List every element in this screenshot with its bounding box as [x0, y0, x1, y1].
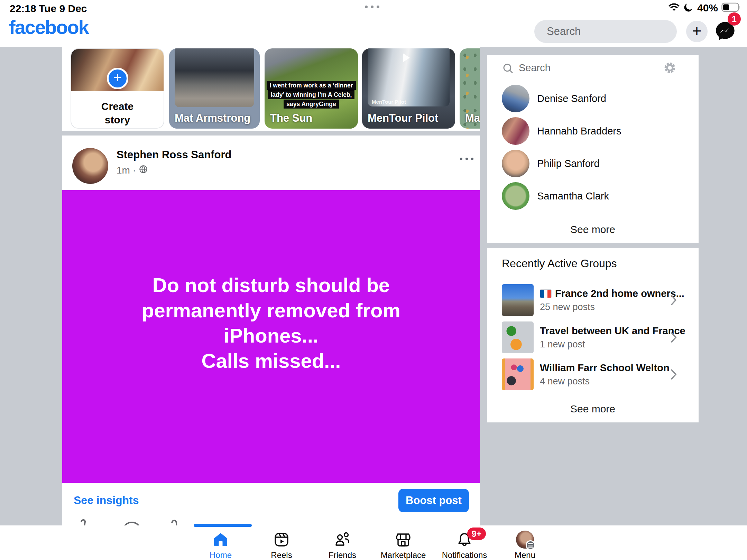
france-flag-icon [540, 289, 552, 298]
comment-icon [123, 522, 141, 525]
create-story-label: Create story [71, 100, 164, 127]
group-thumbnail [502, 284, 534, 316]
reels-icon [254, 531, 309, 548]
story-label: MenTour Pilot [368, 112, 438, 124]
header-search-field[interactable] [534, 20, 677, 43]
facebook-logo[interactable]: facebook [9, 16, 89, 38]
tab-menu[interactable]: Menu [497, 525, 553, 560]
group-name: France 2nd home owners... [555, 288, 684, 299]
see-insights-link[interactable]: See insights [74, 489, 139, 511]
group-new-posts: 1 new post [540, 339, 668, 350]
chevron-right-icon [670, 332, 677, 345]
story-caption: I went from work as a ‘dinner lady’ to w… [265, 81, 358, 109]
tab-label: Notifications [437, 550, 492, 560]
avatar [502, 150, 529, 177]
chevron-right-icon [670, 368, 677, 382]
story-mat-armstrong[interactable]: Mat Armstrong [169, 48, 260, 129]
caption-line: lady’ to winning I’m A Celeb, [268, 90, 355, 99]
contact-name: Hannahb Bradders [537, 117, 621, 145]
tab-label: Reels [254, 550, 309, 560]
share-icon [172, 521, 177, 526]
bottom-tab-bar: Home Reels Friends [0, 525, 747, 560]
battery-icon [721, 2, 741, 14]
tab-label: Marketplace [376, 550, 431, 560]
tab-reels[interactable]: Reels [254, 525, 309, 560]
notifications-badge: 9+ [467, 528, 486, 540]
contact-row[interactable]: Denise Sanford [487, 85, 699, 112]
messenger-unread-badge: 1 [728, 12, 741, 26]
contact-name: Samantha Clark [537, 182, 609, 210]
post-options-icon[interactable] [456, 154, 477, 164]
contact-name: Philip Sanford [537, 150, 600, 177]
group-row[interactable]: William Farr School Welton 4 new posts [487, 358, 699, 390]
avatar [502, 182, 529, 210]
story-watermark: MenTour Pilot [372, 99, 406, 105]
search-icon [502, 63, 514, 76]
groups-see-more-button[interactable]: See more [487, 400, 699, 418]
tab-label: Menu [497, 550, 553, 560]
group-name: Travel between UK and France [540, 325, 685, 337]
story-label: Mat Armstrong [175, 112, 250, 124]
post-image-text-line: iPhones... [142, 323, 400, 348]
boost-post-button[interactable]: Boost post [398, 489, 469, 512]
feed-post: Stephen Ross Sanford 1m · Do not disturb… [62, 136, 480, 525]
do-not-disturb-moon-icon [683, 2, 694, 14]
post-image: Do not disturb should be permanently rem… [62, 190, 480, 483]
post-author-avatar[interactable] [72, 148, 108, 184]
tab-label: Home [193, 550, 248, 560]
caption-line: I went from work as a ‘dinner [267, 81, 356, 90]
contact-row[interactable]: Samantha Clark [487, 182, 699, 210]
friends-icon [315, 531, 370, 548]
create-post-button[interactable]: + [686, 21, 708, 42]
post-image-text-line: Do not disturb should be [142, 272, 400, 298]
tab-marketplace[interactable]: Marketplace [376, 525, 431, 560]
menu-profile-avatar [516, 531, 534, 549]
gear-icon[interactable] [663, 61, 676, 76]
contact-row[interactable]: Philip Sanford [487, 150, 699, 177]
group-new-posts: 25 new posts [540, 302, 668, 312]
group-thumbnail [502, 321, 534, 353]
home-icon [193, 531, 248, 548]
play-icon [403, 53, 410, 62]
caption-line: says AngryGinge [284, 100, 339, 109]
chevron-right-icon [670, 294, 677, 307]
group-name: William Farr School Welton [540, 362, 670, 374]
story-photo [175, 48, 254, 107]
recently-active-groups-panel: Recently Active Groups France 2nd home o… [487, 248, 699, 422]
wifi-icon [668, 3, 680, 13]
contacts-search-input[interactable] [519, 60, 633, 76]
avatar [502, 85, 529, 112]
tab-friends[interactable]: Friends [315, 525, 370, 560]
tab-notifications[interactable]: 9+ Notifications [437, 525, 492, 560]
stories-row: + Create story Mat Armstrong I went from… [62, 47, 480, 131]
plus-icon: + [107, 68, 128, 89]
group-thumbnail [502, 358, 534, 390]
tab-label: Friends [315, 550, 370, 560]
groups-panel-title: Recently Active Groups [502, 257, 617, 270]
post-image-text-line: permanently removed from [142, 298, 400, 323]
group-new-posts: 4 new posts [540, 376, 668, 387]
facebook-ipad-app: 22:18 Tue 9 Dec 40% facebook + 1 [0, 0, 747, 560]
privacy-globe-icon [139, 165, 148, 176]
story-mentour-pilot[interactable]: MenTour Pilot MenTour Pilot [362, 48, 455, 129]
story-label: The Sun [270, 112, 312, 124]
top-chrome: 22:18 Tue 9 Dec 40% facebook + 1 [0, 0, 747, 47]
avatar [502, 117, 529, 145]
post-image-text-line: Calls missed... [142, 348, 400, 373]
status-time: 22:18 [10, 3, 36, 15]
contacts-see-more-button[interactable]: See more [487, 221, 699, 238]
create-story-card[interactable]: + Create story [71, 48, 164, 129]
story-the-sun[interactable]: I went from work as a ‘dinner lady’ to w… [265, 48, 358, 129]
tab-home[interactable]: Home [193, 525, 248, 560]
story-mai[interactable]: Mai [460, 48, 480, 129]
menu-hamburger-icon [526, 540, 535, 550]
group-row[interactable]: France 2nd home owners... 25 new posts [487, 284, 699, 316]
post-author-name[interactable]: Stephen Ross Sanford [117, 149, 231, 161]
header-search-input[interactable] [534, 20, 677, 43]
multitask-dots-icon[interactable] [365, 6, 379, 8]
contact-name: Denise Sanford [537, 85, 606, 112]
post-timestamp: 1m · [117, 165, 136, 176]
group-row[interactable]: Travel between UK and France 1 new post [487, 321, 699, 353]
post-meta: 1m · [117, 165, 148, 176]
contact-row[interactable]: Hannahb Bradders [487, 117, 699, 145]
